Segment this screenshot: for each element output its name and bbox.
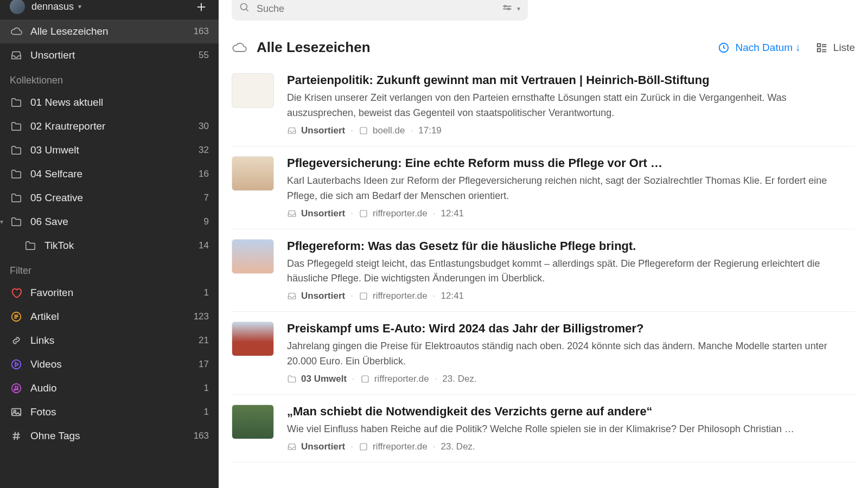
item-title: Parteienpolitik: Zukunft gewinnt man mit… bbox=[287, 73, 855, 87]
item-collection[interactable]: Unsortiert bbox=[301, 125, 345, 136]
username[interactable]: dennasus bbox=[31, 1, 74, 12]
sidebar-collection-item[interactable]: TikTok14 bbox=[0, 234, 219, 258]
sidebar-filter-item[interactable]: Audio1 bbox=[0, 376, 219, 400]
item-body: Pflegereform: Was das Gesetz für die häu… bbox=[287, 239, 855, 302]
sidebar-collection-item[interactable]: 03 Umwelt32 bbox=[0, 138, 219, 162]
item-meta: Unsortiert·riffreporter.de·12:41 bbox=[287, 291, 855, 301]
inbox-icon bbox=[287, 126, 297, 136]
count-badge: 7 bbox=[204, 192, 209, 203]
sidebar-item-label: Artikel bbox=[30, 311, 59, 323]
item-collection[interactable]: Unsortiert bbox=[301, 291, 345, 301]
sidebar-item-label: Videos bbox=[30, 358, 62, 370]
audio-icon bbox=[10, 382, 23, 395]
item-collection[interactable]: Unsortiert bbox=[301, 208, 345, 219]
hash-icon bbox=[10, 429, 23, 442]
item-body: Pflegeversicherung: Eine echte Reform mu… bbox=[287, 156, 855, 219]
bookmark-item[interactable]: Pflegereform: Was das Gesetz für die häu… bbox=[232, 229, 855, 312]
item-domain: riffreporter.de bbox=[373, 208, 427, 219]
item-description: Das Pflegegeld steigt leicht, das Entlas… bbox=[287, 256, 855, 287]
sidebar-filter-item[interactable]: Videos17 bbox=[0, 352, 219, 376]
bookmark-item[interactable]: Parteienpolitik: Zukunft gewinnt man mit… bbox=[232, 67, 855, 146]
count-badge: 17 bbox=[199, 359, 209, 370]
sidebar-item-label: Unsortiert bbox=[30, 49, 75, 61]
thumbnail bbox=[232, 73, 274, 108]
sidebar-filter-item[interactable]: Favoriten1 bbox=[0, 281, 219, 305]
item-body: Parteienpolitik: Zukunft gewinnt man mit… bbox=[287, 73, 855, 136]
inbox-icon bbox=[10, 49, 23, 62]
thumbnail bbox=[232, 156, 274, 191]
sidebar-collection-item[interactable]: 06 Save9 bbox=[0, 210, 219, 234]
thumbnail bbox=[232, 322, 274, 356]
sidebar-collection-item[interactable]: 05 Creative7 bbox=[0, 186, 219, 210]
thumbnail bbox=[232, 239, 274, 274]
item-domain: riffreporter.de bbox=[374, 374, 429, 384]
chevron-down-icon[interactable]: ▾ bbox=[517, 5, 520, 12]
search-icon bbox=[239, 2, 250, 15]
sidebar-item-label: 03 Umwelt bbox=[30, 144, 79, 156]
globe-icon bbox=[359, 126, 368, 136]
search-options-icon[interactable] bbox=[502, 2, 513, 15]
item-collection[interactable]: Unsortiert bbox=[301, 441, 345, 452]
heart-icon bbox=[10, 286, 23, 299]
item-body: „Man schiebt die Notwendigkeit des Verzi… bbox=[287, 404, 855, 452]
globe-icon bbox=[359, 291, 368, 301]
bookmark-item[interactable]: Pflegeversicherung: Eine echte Reform mu… bbox=[232, 146, 855, 229]
item-body: Preiskampf ums E-Auto: Wird 2024 das Jah… bbox=[287, 322, 855, 384]
header-row: Alle Lesezeichen Nach Datum ↓ Liste bbox=[219, 29, 868, 56]
cloud-icon bbox=[10, 25, 23, 38]
svg-rect-15 bbox=[360, 293, 367, 299]
count-badge: 163 bbox=[194, 431, 209, 441]
bookmark-list: Parteienpolitik: Zukunft gewinnt man mit… bbox=[219, 56, 868, 488]
avatar[interactable] bbox=[10, 0, 25, 14]
item-description: Karl Lauterbachs Ideen zur Reform der Pf… bbox=[287, 174, 855, 204]
sidebar-collection-item[interactable]: 02 Krautreporter30 bbox=[0, 114, 219, 138]
item-domain: riffreporter.de bbox=[373, 441, 427, 452]
sidebar-header: dennasus ▾ ＋ bbox=[0, 0, 219, 20]
globe-icon bbox=[360, 374, 370, 384]
item-description: Die Krisen unserer Zeit verlangen von de… bbox=[287, 91, 855, 121]
sidebar-item-label: Ohne Tags bbox=[30, 430, 80, 442]
item-title: Preiskampf ums E-Auto: Wird 2024 das Jah… bbox=[287, 322, 855, 336]
link-icon bbox=[10, 334, 23, 347]
sidebar-filter-item[interactable]: Fotos1 bbox=[0, 400, 219, 424]
svg-point-7 bbox=[241, 4, 247, 10]
sidebar-item-label: 06 Save bbox=[30, 216, 68, 228]
photo-icon bbox=[10, 406, 23, 419]
globe-icon bbox=[359, 209, 368, 219]
bookmark-item[interactable]: Preiskampf ums E-Auto: Wird 2024 das Jah… bbox=[232, 312, 855, 395]
sidebar-item-label: 01 News aktuell bbox=[30, 97, 103, 108]
section-label-collections: Kollektionen bbox=[0, 67, 219, 91]
item-collection[interactable]: 03 Umwelt bbox=[301, 374, 347, 384]
svg-point-9 bbox=[508, 8, 509, 10]
sidebar-item-all[interactable]: Alle Lesezeichen 163 bbox=[0, 20, 219, 43]
sidebar-filter-item[interactable]: Ohne Tags163 bbox=[0, 424, 219, 448]
thumbnail bbox=[232, 404, 274, 439]
sidebar-filter-item[interactable]: Links21 bbox=[0, 329, 219, 352]
inbox-icon bbox=[287, 209, 297, 219]
folder-icon bbox=[10, 191, 23, 204]
sidebar-item-unsorted[interactable]: Unsortiert 55 bbox=[0, 43, 219, 67]
section-label-filter: Filter bbox=[0, 258, 219, 281]
article-icon bbox=[10, 310, 23, 323]
item-description: Wie viel Einfluss haben Reiche auf die P… bbox=[287, 422, 855, 437]
cloud-icon bbox=[232, 40, 247, 55]
item-domain: boell.de bbox=[373, 125, 405, 136]
sidebar-item-label: Favoriten bbox=[30, 287, 73, 299]
view-control[interactable]: Liste bbox=[816, 42, 855, 54]
add-button[interactable]: ＋ bbox=[194, 0, 209, 17]
item-meta: Unsortiert·riffreporter.de·12:41 bbox=[287, 208, 855, 219]
item-time: 17:19 bbox=[418, 125, 442, 136]
chevron-down-icon[interactable]: ▾ bbox=[78, 3, 81, 10]
sidebar-filter-item[interactable]: Artikel123 bbox=[0, 305, 219, 329]
sidebar-collection-item[interactable]: 01 News aktuell bbox=[0, 91, 219, 114]
item-title: Pflegeversicherung: Eine echte Reform mu… bbox=[287, 156, 855, 170]
sort-control[interactable]: Nach Datum ↓ bbox=[718, 42, 800, 54]
count-badge: 14 bbox=[199, 240, 209, 251]
bookmark-item[interactable]: „Man schiebt die Notwendigkeit des Verzi… bbox=[232, 395, 855, 463]
svg-rect-13 bbox=[360, 127, 367, 134]
folder-icon bbox=[10, 215, 23, 228]
search-input[interactable] bbox=[257, 3, 497, 15]
search-bar[interactable]: ▾ bbox=[232, 0, 528, 21]
sidebar-collection-item[interactable]: 04 Selfcare16 bbox=[0, 162, 219, 186]
svg-point-8 bbox=[504, 5, 506, 7]
